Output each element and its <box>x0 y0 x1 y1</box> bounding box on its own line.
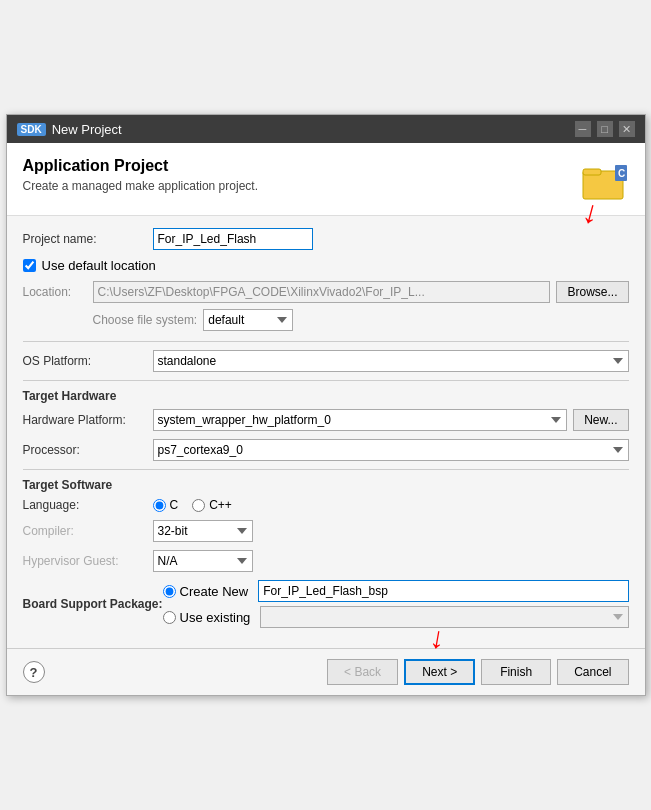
dialog-subtitle: Create a managed make application projec… <box>23 179 258 193</box>
bsp-use-existing-option[interactable]: Use existing <box>163 610 251 625</box>
file-system-label: Choose file system: <box>93 313 198 327</box>
language-cpp-option[interactable]: C++ <box>192 498 232 512</box>
title-bar-controls: ─ □ ✕ <box>575 121 635 137</box>
bsp-create-new-radio[interactable] <box>163 585 176 598</box>
dialog-header: Application Project Create a managed mak… <box>7 143 645 216</box>
project-name-label: Project name: <box>23 232 153 246</box>
cancel-button[interactable]: Cancel <box>557 659 628 685</box>
bsp-create-new-label: Create New <box>180 584 249 599</box>
bsp-row: Board Support Package: Create New Use ex… <box>23 580 629 628</box>
language-label: Language: <box>23 498 153 512</box>
processor-row: Processor: ps7_cortexa9_0 <box>23 439 629 461</box>
file-system-select[interactable]: default <box>203 309 293 331</box>
hypervisor-row: Hypervisor Guest: N/A <box>23 550 629 572</box>
close-button[interactable]: ✕ <box>619 121 635 137</box>
hardware-platform-select[interactable]: system_wrapper_hw_platform_0 <box>153 409 568 431</box>
language-cpp-label: C++ <box>209 498 232 512</box>
compiler-label: Compiler: <box>23 524 153 538</box>
language-row: Language: C C++ <box>23 498 629 512</box>
dialog-header-text: Application Project Create a managed mak… <box>23 157 258 193</box>
dialog-title: New Project <box>52 122 122 137</box>
hypervisor-label: Hypervisor Guest: <box>23 554 153 568</box>
language-cpp-radio[interactable] <box>192 499 205 512</box>
os-platform-label: OS Platform: <box>23 354 153 368</box>
hardware-platform-label: Hardware Platform: <box>23 413 153 427</box>
project-name-input-wrap: ↓ <box>153 228 629 250</box>
minimize-button[interactable]: ─ <box>575 121 591 137</box>
svg-text:C: C <box>618 168 625 179</box>
project-name-input[interactable] <box>153 228 313 250</box>
bsp-create-new-row: Create New <box>163 580 629 602</box>
dialog-heading: Application Project <box>23 157 258 175</box>
project-name-row: Project name: ↓ <box>23 228 629 250</box>
target-software-title: Target Software <box>23 478 629 492</box>
browse-button[interactable]: Browse... <box>556 281 628 303</box>
compiler-row: Compiler: 32-bit <box>23 520 629 542</box>
bsp-use-existing-radio[interactable] <box>163 611 176 624</box>
new-project-dialog: SDK New Project ─ □ ✕ Application Projec… <box>6 114 646 696</box>
hardware-new-button[interactable]: New... <box>573 409 628 431</box>
processor-select[interactable]: ps7_cortexa9_0 <box>153 439 629 461</box>
dialog-footer: ? < Back ↓ Next > Finish Cancel <box>7 648 645 695</box>
bsp-existing-select[interactable] <box>260 606 628 628</box>
back-button[interactable]: < Back <box>327 659 398 685</box>
use-default-location-label: Use default location <box>42 258 156 273</box>
footer-buttons: < Back ↓ Next > Finish Cancel <box>327 659 628 685</box>
compiler-select[interactable]: 32-bit <box>153 520 253 542</box>
bsp-options: Create New Use existing <box>163 580 629 628</box>
bsp-name-input[interactable] <box>258 580 628 602</box>
bsp-create-new-option[interactable]: Create New <box>163 584 249 599</box>
maximize-button[interactable]: □ <box>597 121 613 137</box>
hardware-platform-row: Hardware Platform: system_wrapper_hw_pla… <box>23 409 629 431</box>
language-c-option[interactable]: C <box>153 498 179 512</box>
next-button-wrap: ↓ Next > <box>404 659 475 685</box>
file-system-row: Choose file system: default <box>93 309 629 331</box>
os-platform-select[interactable]: standalone <box>153 350 629 372</box>
location-input <box>93 281 551 303</box>
processor-label: Processor: <box>23 443 153 457</box>
dialog-body: Project name: ↓ Use default location Loc… <box>7 216 645 648</box>
separator-2 <box>23 380 629 381</box>
finish-button[interactable]: Finish <box>481 659 551 685</box>
hypervisor-select[interactable]: N/A <box>153 550 253 572</box>
title-bar: SDK New Project ─ □ ✕ <box>7 115 645 143</box>
separator-3 <box>23 469 629 470</box>
help-button[interactable]: ? <box>23 661 45 683</box>
title-bar-left: SDK New Project <box>17 122 122 137</box>
use-default-location-checkbox[interactable] <box>23 259 36 272</box>
sdk-badge: SDK <box>17 123 46 136</box>
separator-1 <box>23 341 629 342</box>
target-hardware-title: Target Hardware <box>23 389 629 403</box>
footer-left: ? <box>23 661 45 683</box>
os-platform-row: OS Platform: standalone <box>23 350 629 372</box>
use-default-location-row: Use default location <box>23 258 629 273</box>
bsp-use-existing-row: Use existing <box>163 606 629 628</box>
location-row: Location: Browse... <box>23 281 629 303</box>
language-radio-group: C C++ <box>153 498 232 512</box>
bsp-label: Board Support Package: <box>23 597 163 611</box>
svg-rect-1 <box>583 169 601 175</box>
language-c-label: C <box>170 498 179 512</box>
next-button[interactable]: Next > <box>404 659 475 685</box>
folder-icon: C <box>581 157 629 205</box>
bsp-use-existing-label: Use existing <box>180 610 251 625</box>
language-c-radio[interactable] <box>153 499 166 512</box>
location-label: Location: <box>23 285 93 299</box>
